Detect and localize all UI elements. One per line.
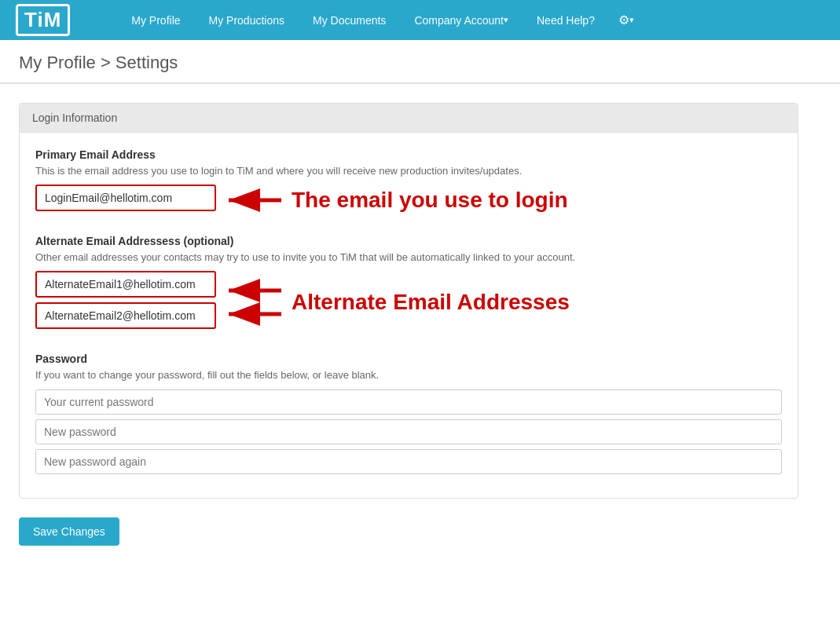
- password-section: Password If you want to change your pass…: [35, 353, 782, 478]
- alternate-email-2-input[interactable]: [35, 302, 216, 329]
- password-desc: If you want to change your password, fil…: [35, 368, 782, 382]
- primary-email-input[interactable]: [35, 185, 216, 211]
- breadcrumb: My Profile > Settings: [0, 40, 840, 83]
- primary-email-desc: This is the email address you use to log…: [35, 164, 782, 178]
- alternate-email-arrow-group: Alternate Email Addresses: [222, 275, 570, 330]
- navbar: TiM My Profile My Productions My Documen…: [0, 0, 840, 40]
- settings-gear-icon[interactable]: ⚙: [609, 0, 644, 40]
- page-title: My Profile > Settings: [19, 53, 178, 72]
- alternate-email-inputs: [35, 271, 216, 334]
- app-logo[interactable]: TiM: [16, 4, 70, 36]
- nav-need-help[interactable]: Need Help?: [523, 0, 609, 40]
- nav-company-account[interactable]: Company Account: [400, 0, 523, 40]
- primary-email-annotation-text: The email you use to login: [292, 188, 568, 213]
- nav-links: My Profile My Productions My Documents C…: [117, 0, 644, 40]
- primary-email-annotation: The email you use to login: [222, 188, 782, 213]
- primary-email-section: Primary Email Address This is the email …: [35, 148, 782, 216]
- primary-email-arrow-icon: [222, 188, 285, 212]
- alternate-email-arrows-icon: [222, 275, 285, 330]
- alternate-email-label: Alternate Email Addressess (optional): [35, 235, 782, 247]
- nav-my-documents[interactable]: My Documents: [299, 0, 400, 40]
- nav-my-productions[interactable]: My Productions: [195, 0, 299, 40]
- primary-email-label: Primary Email Address: [35, 148, 782, 161]
- alternate-email-section: Alternate Email Addressess (optional) Ot…: [35, 235, 782, 334]
- alternate-email-desc: Other email addresses your contacts may …: [35, 250, 782, 265]
- nav-my-profile[interactable]: My Profile: [117, 0, 194, 40]
- save-button[interactable]: Save Changes: [19, 517, 119, 546]
- password-label: Password: [35, 353, 782, 365]
- card-header: Login Information: [20, 104, 798, 133]
- card-body: Primary Email Address This is the email …: [20, 133, 798, 498]
- primary-email-input-wrapper: [35, 185, 216, 216]
- alternate-email-annotation-area: Alternate Email Addresses: [35, 271, 782, 334]
- confirm-password-input[interactable]: [35, 449, 782, 474]
- new-password-input[interactable]: [35, 419, 782, 444]
- current-password-input[interactable]: [35, 389, 782, 415]
- primary-email-annotation-area: The email you use to login: [35, 185, 782, 216]
- main-content: Login Information Primary Email Address …: [0, 84, 817, 565]
- login-info-card: Login Information Primary Email Address …: [19, 103, 798, 499]
- alternate-email-1-input[interactable]: [35, 271, 216, 298]
- alternate-email-annotation-text: Alternate Email Addresses: [292, 290, 570, 315]
- logo-text: TiM: [24, 8, 61, 31]
